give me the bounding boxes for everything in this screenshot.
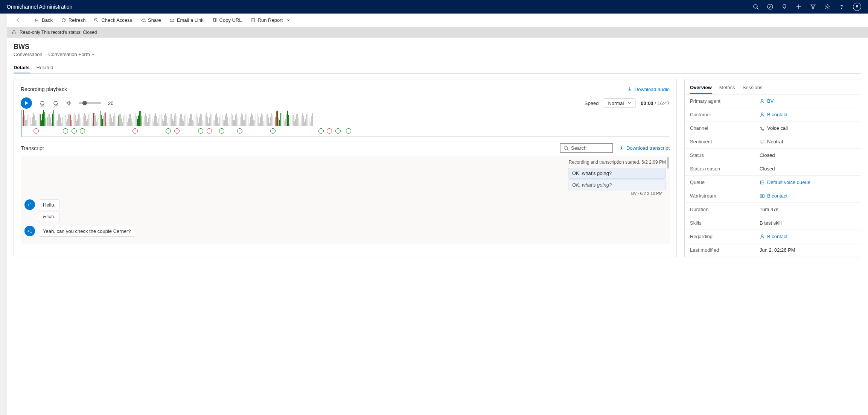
audio-player-controls: 10 30 20 Speed Normal 00:00 (21, 97, 670, 109)
audio-waveform[interactable] (21, 111, 670, 137)
forward-30-button[interactable]: 30 (52, 100, 59, 106)
playback-time: 00:00 / 16:47 (641, 100, 670, 106)
svg-point-23 (761, 141, 762, 141)
transcript-search-input[interactable]: Search (560, 143, 613, 153)
customer-avatar: +1 (24, 199, 35, 210)
svg-point-6 (827, 6, 828, 8)
svg-point-28 (761, 195, 763, 197)
user-avatar-icon[interactable]: B (853, 3, 861, 11)
copy-url-icon (212, 18, 217, 23)
left-rail (0, 14, 7, 415)
customer-message-row: +1 Hello. Hello. (24, 199, 666, 222)
filter-icon[interactable] (810, 4, 816, 10)
tab-related[interactable]: Related (37, 62, 53, 73)
customer-avatar: +1 (24, 226, 35, 236)
download-transcript-link[interactable]: Download transcript (619, 145, 670, 151)
agent-message: OK, what's going? (568, 168, 666, 179)
volume-slider[interactable] (79, 102, 101, 104)
transcript-body: Recording and transcription started. 6/2… (21, 156, 670, 244)
svg-line-1 (757, 8, 758, 9)
check-access-button[interactable]: Check Access (90, 16, 136, 24)
speed-label: Speed (585, 100, 599, 106)
refresh-icon (61, 18, 66, 23)
kv-regarding-value[interactable]: B contact (760, 234, 787, 239)
kv-duration-value: 16m 47s (760, 207, 778, 212)
svg-line-18 (567, 149, 569, 150)
kv-skills-value: B test skill (760, 220, 782, 226)
record-entity: Conversation (14, 52, 43, 57)
command-bar: Back Refresh Check Access Share Email a … (7, 14, 868, 27)
help-icon[interactable] (839, 4, 845, 10)
search-icon[interactable] (753, 4, 759, 10)
share-button[interactable]: Share (137, 16, 165, 24)
side-panel: Overview Metrics Sessions Primary agentB… (684, 79, 861, 257)
email-link-button[interactable]: Email a Link (166, 16, 207, 24)
task-check-icon[interactable] (767, 4, 773, 10)
customer-message: Hello. (39, 199, 59, 210)
chevron-down-icon (286, 18, 290, 22)
side-tab-sessions[interactable]: Sessions (743, 83, 763, 94)
agent-message-translation: OK, what's going? (568, 179, 666, 190)
svg-point-2 (767, 4, 773, 9)
record-title: BWS (14, 43, 861, 51)
kv-skills-label: Skills (690, 220, 760, 226)
download-audio-link[interactable]: Download audio (627, 87, 670, 92)
speed-selector[interactable]: Normal (604, 99, 635, 108)
email-icon (169, 18, 175, 23)
kv-queue-label: Queue (690, 179, 760, 185)
main-panel: Recording playback Download audio 10 30 (14, 79, 677, 257)
back-icon (34, 18, 40, 23)
customer-message-row: +1 Yeah, can you check the couple Cerner… (24, 226, 666, 237)
copy-url-button[interactable]: Copy URL (208, 16, 246, 24)
readonly-notice-text: Read-only This record's status: Closed (20, 30, 97, 35)
record-breadcrumb: Conversation · Conversation Form (14, 52, 861, 57)
agent-message-meta: BV · 6/2 2:10 PM – (24, 191, 666, 196)
lock-icon (11, 30, 17, 35)
side-tab-overview[interactable]: Overview (690, 83, 712, 94)
nav-back-arrow[interactable] (11, 17, 26, 23)
tab-details[interactable]: Details (14, 62, 30, 73)
check-access-icon (94, 18, 99, 23)
back-button[interactable]: Back (30, 16, 56, 24)
kv-primary-agent-value[interactable]: BV (760, 98, 774, 104)
lightbulb-icon[interactable] (781, 4, 787, 10)
kv-queue-value[interactable]: Default voice queue (760, 179, 810, 185)
volume-value: 20 (108, 100, 113, 106)
kv-sentiment-label: Sentiment (690, 139, 760, 144)
kv-customer-value[interactable]: B contact (760, 112, 787, 117)
recording-playback-title: Recording playback (21, 86, 67, 92)
svg-point-7 (842, 8, 842, 9)
play-button[interactable] (21, 97, 32, 109)
kv-workstream-label: Workstream (690, 193, 760, 199)
side-tab-metrics[interactable]: Metrics (719, 83, 735, 94)
kv-customer-label: Customer (690, 112, 760, 117)
form-tabs: Details Related (14, 62, 861, 74)
volume-icon[interactable] (66, 100, 72, 106)
kv-channel-value: Voice call (760, 125, 788, 131)
rewind-10-button[interactable]: 10 (39, 100, 46, 106)
svg-rect-16 (13, 32, 15, 34)
svg-point-0 (754, 5, 757, 8)
top-nav-bar: Omnichannel Administration B (0, 0, 868, 14)
scrollbar-thumb[interactable] (667, 157, 669, 169)
kv-duration-label: Duration (690, 207, 760, 212)
customer-message: Yeah, can you check the couple Cerner? (39, 226, 135, 237)
run-report-button[interactable]: Run Report (247, 16, 294, 24)
kv-status-label: Status (690, 152, 760, 158)
kv-last-modified-label: Last modified (690, 247, 760, 253)
app-title: Omnichannel Administration (7, 4, 72, 10)
form-selector[interactable]: Conversation Form (48, 52, 95, 57)
svg-rect-27 (760, 195, 764, 197)
svg-point-20 (761, 112, 763, 114)
svg-point-29 (761, 234, 763, 236)
customer-message-translation: Hello. (39, 211, 59, 222)
settings-gear-icon[interactable] (824, 4, 830, 10)
side-panel-tabs: Overview Metrics Sessions (685, 79, 861, 94)
kv-workstream-value[interactable]: B contact (760, 193, 787, 199)
add-icon[interactable] (796, 4, 802, 10)
readonly-notice-bar: Read-only This record's status: Closed (7, 27, 868, 38)
refresh-button[interactable]: Refresh (57, 16, 90, 24)
kv-primary-agent-label: Primary agent (690, 98, 760, 104)
svg-point-24 (763, 141, 763, 141)
transcript-title: Transcript (21, 145, 44, 151)
